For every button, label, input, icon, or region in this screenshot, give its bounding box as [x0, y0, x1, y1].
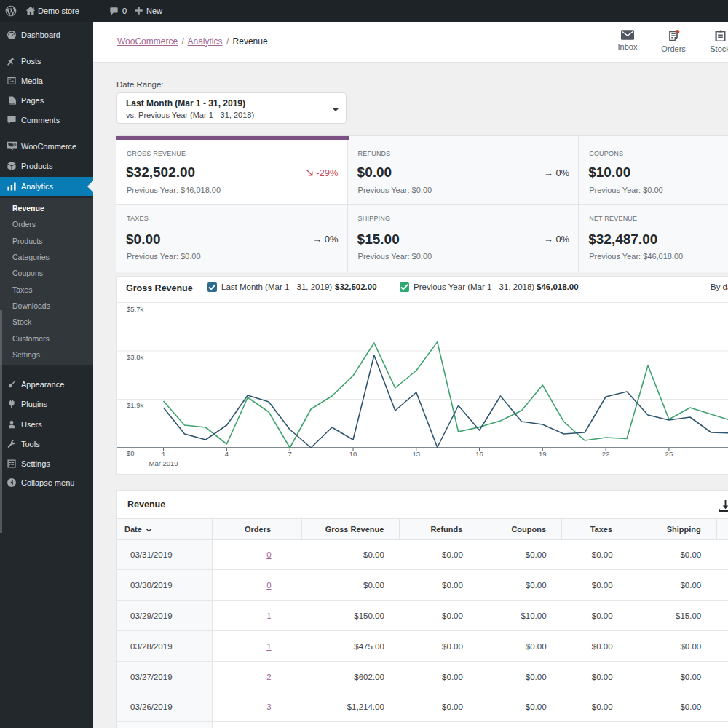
- svg-text:25: 25: [665, 450, 673, 458]
- svg-text:10: 10: [349, 450, 357, 458]
- svg-text:16: 16: [475, 450, 483, 458]
- svg-text:Mar 2019: Mar 2019: [149, 459, 178, 467]
- svg-text:4: 4: [225, 450, 229, 458]
- svg-text:$1.9k: $1.9k: [127, 401, 143, 409]
- svg-text:$5.7k: $5.7k: [127, 305, 143, 313]
- svg-text:19: 19: [539, 450, 547, 458]
- svg-text:$3.8k: $3.8k: [127, 353, 143, 361]
- svg-text:7: 7: [288, 450, 292, 458]
- svg-text:$0: $0: [127, 449, 135, 457]
- svg-text:22: 22: [602, 450, 610, 458]
- svg-text:1: 1: [162, 450, 165, 458]
- svg-text:13: 13: [413, 450, 421, 458]
